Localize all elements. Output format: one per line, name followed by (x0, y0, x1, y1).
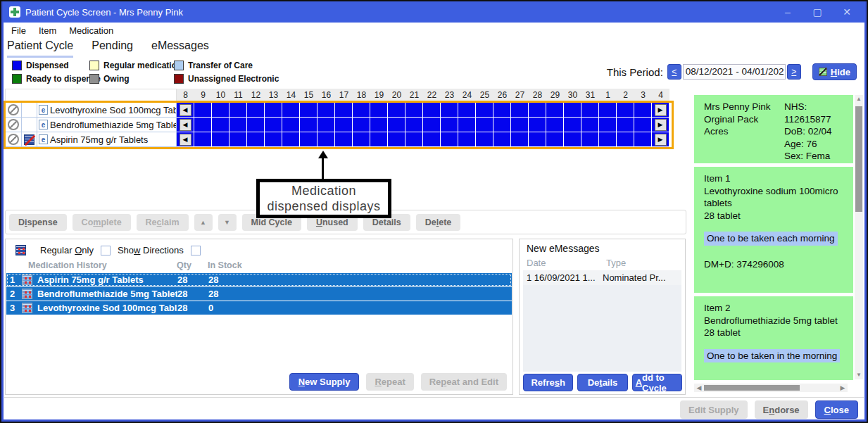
dispensed-day-cell[interactable] (247, 132, 265, 147)
dispensed-day-cell[interactable] (634, 132, 652, 147)
dispensed-day-cell[interactable] (458, 118, 476, 132)
dispensed-day-cell[interactable] (493, 103, 511, 118)
scroll-days-left-icon[interactable]: ◀ (180, 134, 191, 146)
scroll-days-right-icon[interactable]: ▶ (655, 104, 667, 116)
dispensed-day-cell[interactable] (423, 132, 441, 147)
menu-item-medication[interactable]: Medication (63, 24, 120, 38)
dispensed-day-cell[interactable] (405, 132, 423, 147)
dispensed-day-cell[interactable] (441, 132, 458, 147)
dispensed-day-cell[interactable] (300, 118, 317, 132)
dispensed-day-cell[interactable] (317, 132, 335, 147)
cycle-medication-row[interactable]: eBendroflumethiazide 5mg Tablets◀▶ (6, 118, 672, 132)
dispensed-day-cell[interactable] (493, 132, 511, 147)
dispensed-day-cell[interactable] (229, 132, 247, 147)
edit-supply-button[interactable]: Edit Supply (680, 400, 748, 419)
dispensed-day-cell[interactable] (564, 118, 581, 132)
toolbar-button-complete[interactable]: Complete (73, 214, 131, 231)
dispensed-day-cell[interactable] (511, 118, 529, 132)
close-window-button[interactable]: ✕ (837, 5, 857, 19)
dispensed-day-cell[interactable] (388, 132, 405, 147)
dispensed-day-cell[interactable] (441, 103, 458, 118)
scroll-days-right-icon[interactable]: ▶ (655, 134, 667, 146)
dispensed-day-cell[interactable] (317, 103, 335, 118)
dispensed-day-cell[interactable] (423, 103, 441, 118)
dispensed-day-cell[interactable] (599, 132, 617, 147)
dispensed-day-cell[interactable]: ▶ (652, 118, 669, 132)
dispensed-day-cell[interactable] (353, 132, 370, 147)
dispensed-day-cell[interactable] (282, 103, 300, 118)
next-period-button[interactable]: > (787, 64, 801, 80)
dispensed-day-cell[interactable] (212, 103, 229, 118)
checkbox-show-directions[interactable] (191, 246, 201, 255)
dispensed-day-cell[interactable] (335, 103, 353, 118)
dispensed-day-cell[interactable]: ◀ (177, 103, 194, 118)
dispensed-day-cell[interactable] (634, 118, 652, 132)
toolbar-button-reclaim[interactable]: Reclaim (137, 214, 189, 231)
dispensed-day-cell[interactable] (546, 132, 564, 147)
toolbar-button--[interactable]: ▼ (218, 214, 237, 231)
dispensed-day-cell[interactable] (247, 118, 265, 132)
dispensed-day-cell[interactable] (476, 132, 493, 147)
history-row[interactable]: 3Levothyroxine Sod 100mcg Tabl...280 (6, 301, 512, 315)
dispensed-day-cell[interactable] (300, 103, 317, 118)
dispensed-day-cell[interactable] (581, 118, 599, 132)
dispensed-day-cell[interactable] (529, 118, 546, 132)
emessage-row[interactable]: 1 16/09/2021 1...Nominated Pr... (523, 270, 681, 285)
period-date-range[interactable]: 08/12/2021 - 04/01/202 (683, 64, 786, 80)
dispensed-day-cell[interactable] (265, 132, 282, 147)
endorse-button[interactable]: Endorse (755, 400, 808, 419)
dispensed-day-cell[interactable] (317, 118, 335, 132)
dispensed-day-cell[interactable] (423, 118, 441, 132)
dispensed-day-cell[interactable] (599, 118, 617, 132)
new-supply-button[interactable]: New Supply (289, 373, 360, 391)
dispensed-day-cell[interactable]: ▶ (652, 103, 669, 118)
tab-emessages[interactable]: eMessages (151, 39, 209, 58)
add-to-cycle-button[interactable]: Add to Cycle (632, 374, 682, 391)
dispensed-day-cell[interactable]: ◀ (177, 132, 194, 147)
dispensed-day-cell[interactable] (493, 118, 511, 132)
scroll-days-left-icon[interactable]: ◀ (180, 104, 191, 116)
dispensed-day-cell[interactable] (458, 132, 476, 147)
tab-patient-cycle[interactable]: Patient Cycle (7, 39, 73, 58)
dispensed-day-cell[interactable]: ▶ (652, 132, 669, 147)
dispensed-day-cell[interactable] (282, 118, 300, 132)
dispensed-day-cell[interactable] (546, 103, 564, 118)
details-button[interactable]: Details (577, 374, 627, 391)
dispensed-day-cell[interactable] (599, 103, 617, 118)
dispensed-day-cell[interactable] (194, 118, 212, 132)
history-row[interactable]: 1Aspirin 75mg g/r Tablets2828 (6, 273, 512, 286)
toolbar-button--[interactable]: ▲ (194, 214, 213, 231)
tab-pending[interactable]: Pending (92, 39, 133, 58)
cycle-medication-row[interactable]: eLevothyroxine Sod 100mcg Tablets◀▶ (6, 103, 672, 118)
dispensed-day-cell[interactable] (282, 132, 300, 147)
dispensed-day-cell[interactable] (353, 103, 370, 118)
scroll-days-right-icon[interactable]: ▶ (655, 119, 667, 131)
scroll-days-left-icon[interactable]: ◀ (180, 119, 191, 131)
checkbox-regular-only[interactable] (101, 246, 111, 255)
repeat-and-edit-button[interactable]: Repeat and Edit (421, 373, 507, 391)
repeat-button[interactable]: Repeat (366, 373, 413, 391)
menu-item-item[interactable]: Item (32, 24, 63, 38)
previous-period-button[interactable]: < (667, 64, 681, 80)
dispensed-day-cell[interactable] (265, 118, 282, 132)
history-row[interactable]: 2Bendroflumethiazide 5mg Tablets2828 (6, 287, 512, 301)
scroll-right-icon[interactable]: ▶ (838, 384, 848, 391)
toolbar-button-delete[interactable]: Delete (416, 214, 461, 231)
dispensed-day-cell[interactable] (546, 118, 564, 132)
dispensed-day-cell[interactable] (212, 118, 229, 132)
dispensed-day-cell[interactable] (511, 103, 529, 118)
dispensed-day-cell[interactable] (405, 118, 423, 132)
minimize-button[interactable]: – (778, 5, 798, 19)
horizontal-scroll-thumb[interactable] (704, 385, 800, 391)
dispensed-day-cell[interactable] (564, 103, 581, 118)
dispensed-day-cell[interactable] (370, 103, 388, 118)
dispensed-day-cell[interactable] (441, 118, 458, 132)
dispensed-day-cell[interactable] (529, 132, 546, 147)
scroll-left-icon[interactable]: ◀ (694, 384, 704, 391)
dispensed-day-cell[interactable] (370, 132, 388, 147)
dispensed-day-cell[interactable]: ◀ (177, 118, 194, 132)
dispensed-day-cell[interactable] (617, 118, 634, 132)
close-button[interactable]: Close (815, 400, 858, 419)
dispensed-day-cell[interactable] (634, 103, 652, 118)
dispensed-day-cell[interactable] (265, 103, 282, 118)
